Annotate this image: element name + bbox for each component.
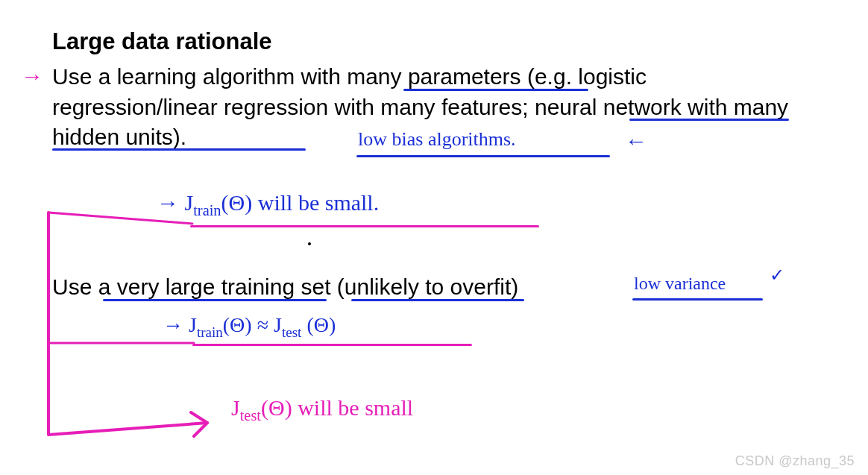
underline-low-bias	[356, 155, 610, 157]
underline-neural-network	[629, 119, 789, 121]
dot-icon	[308, 242, 311, 245]
equiv-end: (Θ)	[301, 313, 336, 336]
jtrain-theta: (Θ)	[221, 190, 253, 215]
jtrain-arrow: → J	[157, 190, 193, 215]
underline-low-variance	[632, 298, 763, 301]
underline-very-large-training	[103, 299, 327, 301]
underline-unlikely-overfit	[351, 299, 524, 301]
equiv-sub2: test	[282, 324, 301, 340]
slide-container: Large data rationale → Use a learning al…	[0, 0, 868, 475]
jtest-prefix: J	[231, 395, 240, 420]
equiv-arrow: → J	[163, 313, 197, 336]
equiv-sub1: train	[197, 324, 223, 340]
annotation-low-bias: low bias algorithms.	[358, 128, 516, 151]
underline-many-parameters	[403, 89, 588, 91]
underline-hidden-units	[52, 148, 306, 151]
equiv-mid: (Θ) ≈ J	[223, 313, 282, 336]
underline-jtrain-jtest	[192, 344, 472, 346]
annotation-jtest-small: Jtest(Θ) will be small	[231, 395, 413, 424]
watermark: CSDN @zhang_35	[735, 453, 855, 469]
annotation-jtrain-small: → Jtrain(Θ) will be small.	[157, 190, 379, 219]
jtrain-suffix: will be small.	[252, 190, 379, 215]
checkmark-icon: ✓	[770, 265, 784, 286]
slide-title: Large data rationale	[52, 28, 272, 55]
annotation-jtrain-approx-jtest: → Jtrain(Θ) ≈ Jtest (Θ)	[163, 313, 336, 341]
jtest-suffix: will be small	[292, 395, 413, 420]
arrow-back-to-para1-icon: ←	[625, 128, 647, 154]
paragraph-2: Use a very large training set (unlikely …	[52, 272, 656, 303]
arrow-to-para1-icon: →	[21, 63, 43, 89]
underline-jtrain-small	[190, 225, 539, 227]
jtrain-sub: train	[193, 202, 221, 218]
annotation-low-variance: low variance	[634, 274, 726, 294]
jtest-sub: test	[240, 407, 261, 424]
jtest-theta: (Θ)	[261, 395, 292, 420]
